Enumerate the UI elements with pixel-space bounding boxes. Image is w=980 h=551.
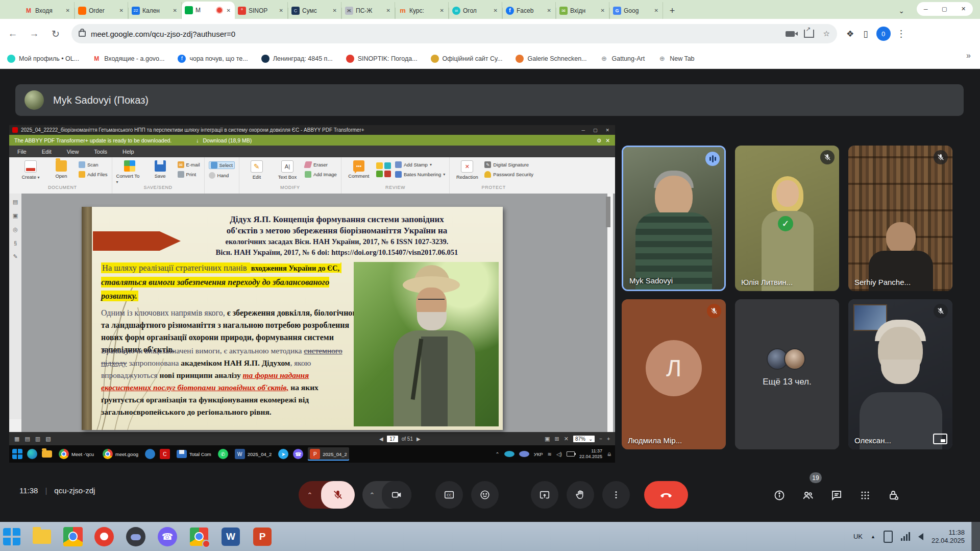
menu-tools[interactable]: Tools <box>94 149 107 155</box>
current-page-input[interactable]: 17 <box>387 436 398 442</box>
messenger-icon[interactable] <box>145 449 155 459</box>
forward-button[interactable]: → <box>26 25 43 42</box>
tab-gmail[interactable]: M Входя ✕ <box>21 2 75 19</box>
bookmark-item[interactable]: SINOPTIK: Погода... <box>346 55 418 63</box>
password-security-button[interactable]: Password Security <box>484 171 533 178</box>
picture-in-picture-icon[interactable] <box>933 434 947 444</box>
previous-page-icon[interactable]: ◀ <box>379 436 383 442</box>
viber-icon[interactable]: ☎ <box>293 449 303 459</box>
participant-tile-yulia[interactable]: ✓ Юлія Литвин... <box>735 146 839 291</box>
url-text[interactable]: meet.google.com/qcu-zjso-zdj?authuser=0 <box>91 30 776 38</box>
extensions-icon[interactable]: ❖ <box>846 29 854 39</box>
actual-size-icon[interactable]: ✕ <box>564 436 569 442</box>
lock-icon[interactable] <box>79 31 86 37</box>
bookmark-item[interactable]: ⊕New Tab <box>658 55 694 63</box>
fit-width-icon[interactable]: ⊞ <box>554 436 559 442</box>
tab-close-icon[interactable]: ✕ <box>172 8 178 13</box>
word-icon[interactable]: W <box>220 526 241 547</box>
bookmark-item[interactable]: ⊕Gattung-Art <box>600 55 645 63</box>
tab-google[interactable]: G Goog ✕ <box>610 2 663 19</box>
camera-options-chevron-icon[interactable]: ⌃ <box>362 491 382 499</box>
edge-icon[interactable] <box>27 449 37 459</box>
menu-view[interactable]: View <box>67 149 79 155</box>
tab-close-icon[interactable]: ✕ <box>65 8 71 13</box>
comment-button[interactable]: •••Comment <box>346 159 372 179</box>
taskbar-app-meet-tab[interactable]: meet.goog <box>101 447 140 461</box>
bookmark-item[interactable]: Galerie Schnecken... <box>516 55 586 63</box>
chat-button[interactable] <box>829 488 844 503</box>
language-indicator[interactable]: UK <box>853 533 863 540</box>
side-panel-icon[interactable]: ▯ <box>863 29 868 39</box>
mic-options-chevron-icon[interactable]: ⌃ <box>299 491 321 499</box>
tab-close-icon[interactable]: ✕ <box>226 8 232 13</box>
open-button[interactable]: Open <box>48 159 75 179</box>
captions-button[interactable]: CC <box>435 481 463 509</box>
participant-tile-oleksandr[interactable]: Олексан... <box>848 299 952 449</box>
new-tab-button[interactable]: + <box>665 4 679 18</box>
tab-close-icon[interactable]: ✕ <box>546 8 552 13</box>
add-stamp-button[interactable]: Add Stamp ▾ <box>395 161 445 168</box>
full-width-view-icon[interactable]: ▧ <box>45 436 51 442</box>
more-options-button[interactable] <box>602 481 630 509</box>
tab-meet-active[interactable]: M ✕ <box>182 2 235 19</box>
edit-button[interactable]: ✎Edit <box>243 159 270 180</box>
redaction-button[interactable]: ✕Redaction <box>454 159 480 180</box>
annotation-pen-icon[interactable]: ✎ <box>13 253 17 260</box>
scrollbar-thumb[interactable] <box>606 197 610 227</box>
zoom-select[interactable]: 87%⌄ <box>573 436 595 442</box>
shared-clock[interactable]: 11:3722.04.2025 <box>579 448 602 460</box>
participant-tile-serhiy[interactable]: Serhiy Panche... <box>848 146 952 291</box>
tab-close-icon[interactable]: ✕ <box>653 8 659 13</box>
telegram-icon[interactable]: ➤ <box>278 449 288 459</box>
red-app-icon[interactable]: C <box>160 449 170 459</box>
activities-button[interactable] <box>857 488 873 503</box>
tray-app-icon[interactable] <box>519 451 529 457</box>
tab-facebook[interactable]: f Faceb ✕ <box>503 2 556 19</box>
chrome-recording-icon[interactable] <box>189 526 209 547</box>
tab-calendar[interactable]: 22 Кален ✕ <box>129 2 182 19</box>
vertical-scrollbar[interactable] <box>607 194 613 432</box>
participants-button[interactable] <box>800 488 816 503</box>
note-icon[interactable] <box>376 171 383 177</box>
menu-edit[interactable]: Edit <box>42 149 52 155</box>
share-icon[interactable] <box>804 30 814 38</box>
text-box-button[interactable]: A|Text Box <box>274 159 301 180</box>
abbyy-close-icon[interactable]: ✕ <box>603 128 612 133</box>
bookmark-item[interactable]: Офіційний сайт Су... <box>431 55 503 63</box>
taskbar-clock[interactable]: 11:3822.04.2025 <box>932 529 965 545</box>
minimize-window-button[interactable]: ─ <box>924 6 928 12</box>
taskbar-app-total-commander[interactable]: Total Com <box>175 448 213 460</box>
search-panel-icon[interactable]: ◎ <box>13 226 18 233</box>
tab-inbox[interactable]: ✉ Вхідн ✕ <box>556 2 609 19</box>
scan-button[interactable]: Scan <box>79 161 108 168</box>
file-explorer-icon[interactable] <box>32 526 52 547</box>
profile-avatar[interactable]: 0 <box>876 27 891 41</box>
bookmark-star-icon[interactable]: ☆ <box>823 29 830 38</box>
underline-icon[interactable] <box>384 162 391 169</box>
whatsapp-icon[interactable]: ✆ <box>218 449 228 459</box>
start-button-icon[interactable] <box>3 528 20 545</box>
tab-close-icon[interactable]: ✕ <box>118 8 125 13</box>
reload-button[interactable]: ↻ <box>47 25 64 42</box>
powerpoint-icon[interactable]: P <box>252 526 273 547</box>
view-mode-icon[interactable]: ▦ <box>14 436 19 442</box>
participant-tile-myk[interactable]: Myk Sadovyi <box>622 146 726 291</box>
next-page-icon[interactable]: ▶ <box>416 436 421 442</box>
tab-close-icon[interactable]: ✕ <box>493 8 499 13</box>
browser-menu-icon[interactable]: ⋮ <box>897 28 906 39</box>
taskbar-app-word-doc[interactable]: W2025_04_2 <box>233 447 274 461</box>
tray-expand-icon[interactable]: ⌃ <box>495 451 499 457</box>
hand-tool-button[interactable]: Hand <box>209 172 235 179</box>
print-button[interactable]: Print <box>178 171 200 178</box>
viber-icon[interactable]: ☎ <box>157 526 178 547</box>
language-indicator[interactable]: УКР <box>534 451 543 457</box>
add-files-button[interactable]: Add Files <box>79 171 108 178</box>
tab-close-icon[interactable]: ✕ <box>439 8 445 13</box>
bookmarks-overflow-icon[interactable]: » <box>966 51 971 60</box>
tab-order[interactable]: Order ✕ <box>75 2 128 19</box>
bates-numbering-button[interactable]: Bates Numbering ▾ <box>395 171 445 178</box>
pages-panel-icon[interactable]: ▤ <box>13 199 18 205</box>
bookmark-item[interactable]: fчора почув, що те... <box>178 55 248 63</box>
tray-app-icon[interactable] <box>504 451 514 457</box>
bookmarks-panel-icon[interactable]: ▣ <box>13 212 18 219</box>
